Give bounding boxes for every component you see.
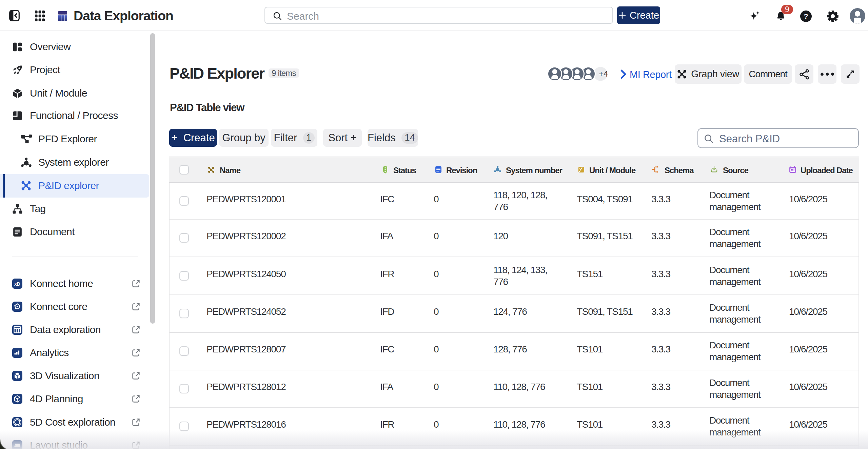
svg-text:xD: xD bbox=[14, 281, 20, 287]
svg-text:?: ? bbox=[804, 12, 808, 21]
svg-text:+4: +4 bbox=[599, 69, 608, 78]
